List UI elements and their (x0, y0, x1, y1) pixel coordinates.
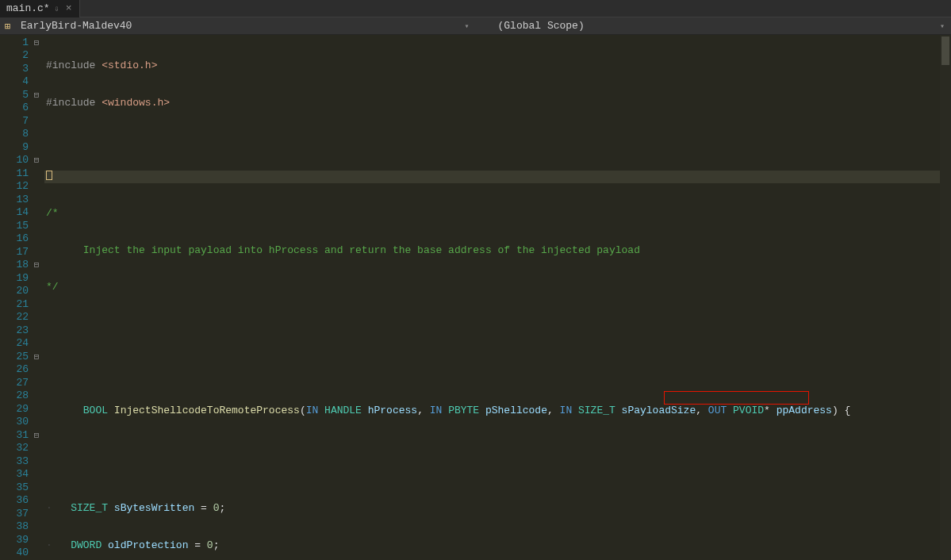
code-line[interactable] (44, 318, 951, 332)
lineno: 38 (0, 520, 30, 532)
lineno: 30 (0, 416, 30, 428)
project-name: EarlyBird-Maldev40 (21, 20, 132, 32)
code-line[interactable]: Inject the input payload into hProcess a… (44, 244, 951, 258)
code-line[interactable] (44, 355, 951, 368)
lineno: 36 (0, 494, 30, 506)
lineno: 4 (0, 75, 30, 87)
code-line[interactable]: #include <stdio.h> (44, 59, 951, 73)
chevron-down-icon: ▾ (464, 21, 469, 31)
lineno: 24 (0, 337, 30, 349)
lineno: 11 (0, 167, 30, 179)
lineno: 8 (0, 128, 30, 140)
editor[interactable]: 1⊟ 2 3 4 5⊟ 6 7 8 9 10⊟ 11 12 13 14 15 1… (0, 35, 951, 560)
lineno: 34 (0, 468, 30, 480)
lineno: 37 (0, 508, 30, 520)
tab-bar: main.c* ⇩ × (0, 0, 951, 17)
lineno: 27 (0, 377, 30, 389)
fold-icon[interactable]: ⊟ (30, 155, 43, 165)
highlight-box (664, 391, 809, 405)
pin-icon[interactable]: ⇩ (55, 4, 59, 13)
fold-icon[interactable]: ⊟ (30, 430, 43, 440)
fold-icon[interactable]: ⊟ (30, 90, 43, 100)
lineno: 29 (0, 403, 30, 415)
lineno: 15 (0, 220, 30, 232)
code-line-current[interactable] (44, 171, 951, 184)
cursor-icon (46, 171, 52, 180)
lineno: 6 (0, 102, 30, 113)
lineno: 3 (0, 63, 30, 75)
lineno: 17 (0, 246, 30, 258)
lineno: 14 (0, 206, 30, 218)
lineno: 2 (0, 49, 30, 61)
scrollbar-vertical[interactable] (940, 35, 951, 560)
fold-icon[interactable]: ⊟ (30, 351, 43, 362)
code-line[interactable]: /* (44, 207, 951, 221)
lineno: 16 (0, 232, 30, 244)
lineno: 12 (0, 180, 30, 192)
lineno: 25 (0, 351, 30, 362)
lineno: 22 (0, 311, 30, 323)
file-tab[interactable]: main.c* ⇩ × (0, 0, 80, 17)
context-bar: ⊞ EarlyBird-Maldev40 ▾ (Global Scope) ▾ (0, 17, 951, 35)
lineno: 23 (0, 324, 30, 336)
lineno: 5 (0, 89, 30, 101)
lineno: 21 (0, 298, 30, 310)
file-tab-name: main.c* (6, 2, 50, 14)
scroll-thumb[interactable] (941, 36, 949, 65)
lineno: 13 (0, 194, 30, 205)
code-line[interactable] (44, 428, 951, 442)
code-line[interactable]: · SIZE_T sBytesWritten = 0; (44, 502, 951, 516)
code-area[interactable]: #include <stdio.h> #include <windows.h> … (44, 35, 951, 560)
lineno: 18 (0, 259, 30, 270)
lineno: 10 (0, 154, 30, 166)
scope-dropdown[interactable]: (Global Scope) ▾ (476, 20, 952, 32)
project-dropdown[interactable]: ⊞ EarlyBird-Maldev40 ▾ (0, 20, 476, 32)
project-icon: ⊞ (5, 21, 16, 32)
lineno: 40 (0, 547, 30, 558)
close-icon[interactable]: × (64, 2, 74, 14)
chevron-down-icon: ▾ (940, 21, 945, 31)
lineno: 1 (0, 36, 30, 48)
code-line[interactable]: · DWORD oldProtection = 0; (44, 539, 951, 553)
lineno: 28 (0, 389, 30, 401)
lineno: 20 (0, 285, 30, 297)
code-line[interactable]: #include <windows.h> (44, 97, 951, 110)
lineno: 19 (0, 272, 30, 284)
gutter: 1⊟ 2 3 4 5⊟ 6 7 8 9 10⊟ 11 12 13 14 15 1… (0, 35, 44, 560)
code-line[interactable] (44, 466, 951, 479)
fold-icon[interactable]: ⊟ (30, 37, 43, 48)
lineno: 35 (0, 481, 30, 493)
code-line[interactable]: BOOL InjectShellcodeToRemoteProcess(IN H… (44, 392, 951, 405)
lineno: 31 (0, 429, 30, 441)
code-line[interactable]: */ (44, 281, 951, 294)
fold-icon[interactable]: ⊟ (30, 259, 43, 270)
code-line[interactable] (44, 133, 951, 147)
scope-label: (Global Scope) (498, 20, 585, 32)
lineno: 7 (0, 115, 30, 127)
lineno: 32 (0, 442, 30, 454)
lineno: 33 (0, 455, 30, 467)
lineno: 26 (0, 363, 30, 375)
lineno: 9 (0, 141, 30, 153)
lineno: 39 (0, 534, 30, 546)
